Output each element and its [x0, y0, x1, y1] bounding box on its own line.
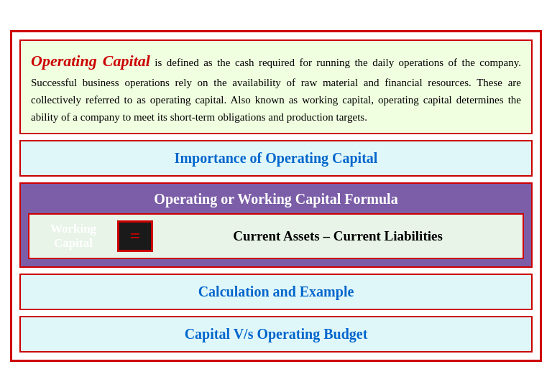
budget-title: Capital V/s Operating Budget: [185, 326, 368, 342]
equals-symbol: =: [130, 227, 141, 246]
importance-title: Importance of Operating Capital: [175, 150, 378, 166]
working-capital-label: WorkingCapital: [41, 222, 106, 251]
calculation-section: Calculation and Example: [19, 274, 533, 310]
definition-section: Operating Capital is defined as the cash…: [19, 39, 533, 134]
budget-section: Capital V/s Operating Budget: [19, 316, 533, 353]
equals-box: =: [117, 220, 153, 252]
formula-row: WorkingCapital = Current Assets – Curren…: [28, 213, 524, 259]
definition-title: Operating Capital: [31, 52, 150, 70]
main-container: Operating Capital is defined as the cash…: [10, 30, 542, 361]
formula-section: Operating or Working Capital Formula Wor…: [19, 182, 533, 268]
importance-section: Importance of Operating Capital: [19, 140, 533, 177]
calculation-title: Calculation and Example: [198, 284, 354, 299]
formula-title: Operating or Working Capital Formula: [28, 191, 524, 207]
formula-expression: Current Assets – Current Liabilities: [165, 228, 511, 244]
